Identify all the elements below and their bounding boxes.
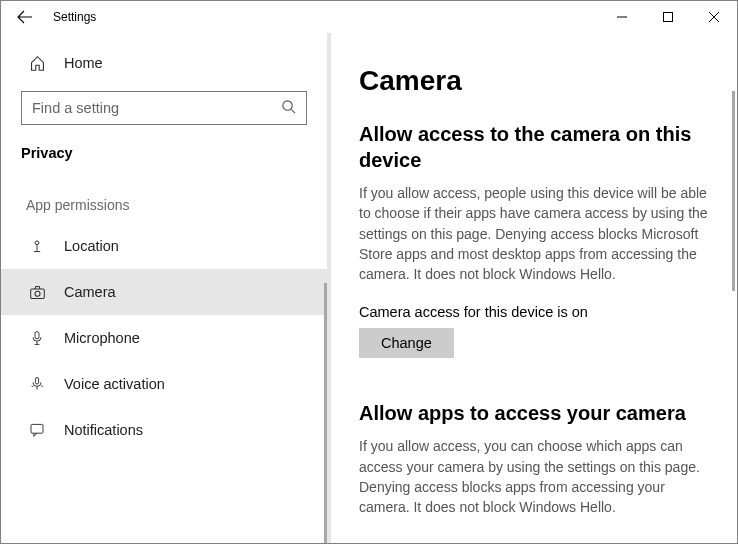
sidebar: Home Privacy App permissions Location Ca… — [1, 33, 331, 543]
sidebar-item-voice-activation[interactable]: Voice activation — [1, 361, 327, 407]
sidebar-item-location[interactable]: Location — [1, 223, 327, 269]
search-input[interactable] — [21, 91, 307, 125]
svg-rect-5 — [35, 332, 39, 339]
sidebar-group-label: App permissions — [1, 167, 327, 223]
notifications-icon — [26, 422, 48, 438]
svg-point-2 — [35, 241, 39, 245]
sidebar-home[interactable]: Home — [1, 43, 327, 83]
sidebar-item-label: Camera — [64, 284, 116, 300]
svg-rect-6 — [35, 378, 38, 384]
page-title: Camera — [359, 65, 709, 97]
sidebar-category: Privacy — [1, 135, 327, 167]
camera-icon — [26, 284, 48, 301]
title-bar: Settings — [1, 1, 737, 33]
location-icon — [26, 238, 48, 254]
svg-rect-3 — [30, 289, 44, 298]
microphone-icon — [26, 330, 48, 346]
search-field[interactable] — [32, 100, 281, 116]
window-title: Settings — [53, 10, 96, 24]
change-button[interactable]: Change — [359, 328, 454, 358]
sidebar-item-microphone[interactable]: Microphone — [1, 315, 327, 361]
content-scrollbar[interactable] — [732, 91, 735, 291]
minimize-icon — [617, 12, 627, 22]
search-icon — [281, 99, 296, 117]
back-button[interactable] — [9, 1, 41, 33]
sidebar-item-notifications[interactable]: Notifications — [1, 407, 327, 453]
section-heading: Allow apps to access your camera — [359, 400, 699, 426]
home-icon — [26, 55, 48, 72]
minimize-button[interactable] — [599, 1, 645, 33]
content-pane: Camera Allow access to the camera on thi… — [331, 33, 737, 543]
section-heading: Allow access to the camera on this devic… — [359, 121, 699, 173]
sidebar-home-label: Home — [64, 55, 103, 71]
voice-icon — [26, 376, 48, 392]
arrow-left-icon — [17, 9, 33, 25]
svg-point-1 — [283, 101, 292, 110]
close-icon — [709, 12, 719, 22]
svg-rect-0 — [664, 13, 673, 22]
sidebar-item-label: Notifications — [64, 422, 143, 438]
sidebar-item-camera[interactable]: Camera — [1, 269, 327, 315]
sidebar-scrollbar[interactable] — [324, 283, 327, 543]
sidebar-item-label: Voice activation — [64, 376, 165, 392]
device-access-status: Camera access for this device is on — [359, 304, 709, 320]
maximize-icon — [663, 12, 673, 22]
section-body: If you allow access, people using this d… — [359, 183, 709, 284]
sidebar-item-label: Location — [64, 238, 119, 254]
svg-point-4 — [34, 291, 39, 296]
close-button[interactable] — [691, 1, 737, 33]
section-body: If you allow access, you can choose whic… — [359, 436, 709, 517]
sidebar-item-label: Microphone — [64, 330, 140, 346]
maximize-button[interactable] — [645, 1, 691, 33]
svg-rect-7 — [31, 424, 43, 433]
